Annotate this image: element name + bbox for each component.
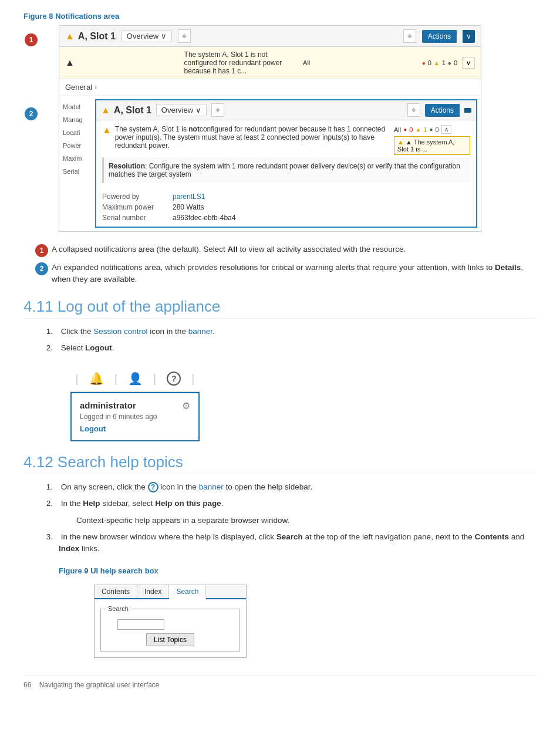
search-fieldset: Search List Topics (100, 605, 240, 652)
exp-bar: ▲ A, Slot 1 Overview ∨ ⌖ ⌖ Actions (96, 100, 476, 120)
exp-all-label[interactable]: All (394, 126, 401, 133)
powered-by-label: Powered by (102, 193, 161, 201)
separator-mid1: | (114, 372, 117, 386)
description-list: 1 A collapsed notifications area (the de… (35, 244, 537, 286)
pin-icon[interactable]: ⌖ (178, 29, 191, 43)
actions-caret-button[interactable]: ∨ (463, 30, 475, 43)
slot-label: A, Slot 1 (78, 31, 116, 42)
bell-icon[interactable]: 🔔 (89, 372, 104, 386)
tab-index[interactable]: Index (137, 585, 169, 598)
powered-by-value[interactable]: parentLS1 (173, 193, 205, 201)
exp-overview-button[interactable]: Overview ∨ (156, 104, 207, 116)
slot-ref-text: ▲ The system A, Slot 1 is ... (397, 139, 454, 153)
warn-icon-small: ▲ (434, 60, 440, 66)
max-power-label: Maximum power (102, 203, 161, 211)
desc-badge-2: 2 (35, 262, 48, 275)
exp-actions-caret[interactable] (464, 108, 471, 113)
info-count: 0 (454, 59, 457, 66)
exp-count-group: All ● 0 ▲ 1 ● 0 ∧ (394, 125, 470, 134)
alert-text: The system A, Slot 1 is not configured f… (184, 50, 299, 75)
logout-figure: | 🔔 | 👤 | ? | administrator ⚙ Logged in … (70, 366, 200, 441)
exp-actions-button[interactable]: Actions (425, 104, 460, 117)
step-412-2: 2. In the Help sidebar, select Help on t… (59, 498, 537, 509)
search-box-area: Search List Topics (95, 599, 246, 657)
error-count: 0 (428, 59, 431, 66)
notif-bar-collapsed: ▲ A, Slot 1 Overview ∨ ⌖ ⌖ Actions ∨ (59, 26, 481, 47)
desc-text-2: An expanded notifications area, which pr… (52, 262, 537, 286)
exp-content: ▲ The system A, Slot 1 is notconfigured … (96, 120, 476, 188)
props-section: Powered by parentLS1 Maximum power 280 W… (96, 188, 476, 227)
logout-link[interactable]: Logout (80, 424, 190, 433)
gear-icon[interactable]: ⚙ (182, 400, 190, 411)
steps-412: 1. On any screen, click the ? icon in th… (59, 481, 537, 555)
exp-alert-icon: ▲ (102, 125, 112, 136)
sidebar-manag: Manag (63, 113, 88, 126)
notification-figure: ▲ A, Slot 1 Overview ∨ ⌖ ⌖ Actions ∨ ▲ T… (59, 25, 481, 232)
tab-search[interactable]: Search (169, 585, 206, 599)
step-411-1: 1. Click the Session control icon in the… (59, 326, 537, 337)
steps-411: 1. Click the Session control icon in the… (59, 326, 537, 355)
pin-icon-right[interactable]: ⌖ (403, 29, 416, 43)
slot-ref-icon: ▲ (397, 139, 404, 146)
exp-error-count: 0 (409, 126, 413, 133)
search-figure: Contents Index Search Search List Topics (94, 585, 247, 658)
section-412: 4.12 Search help topics 1. On any screen… (23, 453, 537, 658)
step-411-2-num: 2. (41, 342, 53, 354)
warn-count: 1 (442, 59, 446, 66)
separator-left: | (76, 372, 79, 386)
sidebar-model: Model (63, 100, 88, 113)
figure9-container: Figure 9 UI help search box Contents Ind… (59, 566, 537, 658)
help-icon-circle[interactable]: ? (167, 372, 181, 386)
help-question-icon[interactable]: ? (148, 482, 158, 492)
exp-error-icon: ● (403, 126, 407, 133)
general-row: General › (59, 79, 481, 96)
error-icon-small: ● (422, 60, 426, 66)
info-icon-small: ● (448, 60, 451, 66)
step-412-2-num: 2. (41, 498, 53, 509)
count-group: ● 0 ▲ 1 ● 0 (422, 59, 457, 66)
resolution-box: Resolution: Configure the system with 1 … (102, 157, 470, 183)
search-input[interactable] (117, 619, 164, 630)
overview-button[interactable]: Overview ∨ (122, 30, 172, 42)
banner-link-2[interactable]: banner (199, 482, 224, 491)
exp-warn-icon: ▲ (101, 105, 110, 116)
exp-slot-label: A, Slot 1 (114, 105, 151, 116)
session-control-link[interactable]: Session control (93, 327, 147, 336)
serial-value: a963fdec-ebfb-4ba4 (173, 214, 235, 222)
exp-info-icon: ● (429, 126, 433, 133)
prop-max-power: Maximum power 280 Watts (102, 202, 470, 212)
step-412-1: 1. On any screen, click the ? icon in th… (59, 481, 537, 493)
banner-link-1[interactable]: banner (188, 327, 212, 336)
max-power-value: 280 Watts (173, 203, 204, 211)
sidebar-locati: Locati (63, 126, 88, 139)
sidebar-labels: Model Manag Locati Power Maxim Serial (59, 96, 92, 231)
exp-right-panel: All ● 0 ▲ 1 ● 0 ∧ ▲ (394, 125, 470, 155)
actions-button[interactable]: Actions (422, 30, 457, 43)
separator-right: | (191, 372, 194, 386)
logout-icons-row: | 🔔 | 👤 | ? | (70, 366, 200, 392)
warning-triangle-icon: ▲ (65, 31, 75, 42)
resolution-title: Resolution (109, 162, 145, 170)
section-411-heading: 4.11 Log out of the appliance (23, 298, 537, 319)
figure9-title: Figure 9 UI help search box (59, 566, 537, 575)
prop-serial: Serial number a963fdec-ebfb-4ba4 (102, 212, 470, 223)
step-412-3: 3. In the new browser window where the h… (59, 531, 537, 555)
all-label[interactable]: All (303, 59, 417, 66)
resolution-text: : Configure the system with 1 more redun… (109, 162, 460, 178)
exp-up-chevron[interactable]: ∧ (441, 125, 451, 134)
serial-label: Serial number (102, 214, 161, 222)
badge-2: 2 (25, 107, 38, 120)
search-tabs-row: Contents Index Search (95, 585, 246, 599)
exp-pin-icon[interactable]: ⌖ (211, 103, 224, 117)
list-topics-button[interactable]: List Topics (146, 633, 194, 646)
chevron-down-button[interactable]: ∨ (462, 58, 475, 69)
exp-alert-area: ▲ The system A, Slot 1 is notconfigured … (102, 125, 470, 155)
step-412-3-num: 3. (41, 531, 53, 543)
figure8-section: Figure 8 Notifications area 1 2 ▲ A, Slo… (23, 12, 537, 232)
user-icon[interactable]: 👤 (128, 372, 143, 386)
exp-info-count: 0 (435, 126, 438, 133)
exp-pin-right[interactable]: ⌖ (407, 103, 420, 117)
desc-item-2: 2 An expanded notifications area, which … (35, 262, 537, 286)
slot-ref-badge: ▲ ▲ The system A, Slot 1 is ... (394, 136, 470, 155)
tab-contents[interactable]: Contents (95, 585, 137, 598)
